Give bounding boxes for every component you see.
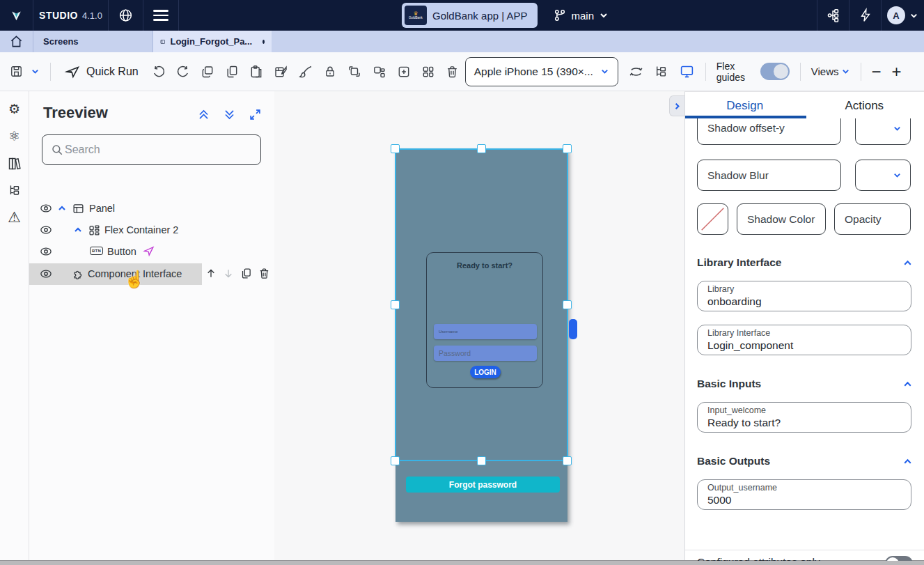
ungroup-button[interactable] xyxy=(372,65,386,79)
expand-panel-button[interactable] xyxy=(249,108,262,121)
branch-selector[interactable]: main xyxy=(553,8,609,22)
collapse-chevron-icon[interactable] xyxy=(73,225,83,235)
tab-screens[interactable]: Screens xyxy=(33,31,153,52)
shadow-offset-y-unit-select[interactable] xyxy=(855,118,911,145)
flex-guides-toggle[interactable] xyxy=(760,63,790,80)
library-rail-button[interactable] xyxy=(8,157,22,171)
move-down-button[interactable] xyxy=(223,267,234,280)
undo-button[interactable] xyxy=(152,65,166,79)
account-menu[interactable]: A xyxy=(881,0,924,31)
library-interface-field[interactable]: Library Interface Login_component xyxy=(697,325,911,355)
main-menu-button[interactable] xyxy=(143,0,179,31)
shadow-offset-y-field[interactable]: Shadow offset-y xyxy=(697,118,841,145)
resize-handle[interactable] xyxy=(391,144,400,153)
app-selector[interactable]: ♛ GoldBank GoldBank app | APP xyxy=(402,3,538,28)
login-panel[interactable]: Ready to start? Username Password LOGIN xyxy=(426,252,543,388)
tree-row-panel[interactable]: Panel xyxy=(29,198,274,219)
theme-button[interactable] xyxy=(274,65,288,79)
chevron-down-icon xyxy=(909,11,918,20)
orientation-button[interactable] xyxy=(629,65,643,79)
inspector-collapse-button[interactable] xyxy=(669,95,684,116)
components-rail-button[interactable]: ⚛ xyxy=(8,130,20,144)
visibility-eye-icon[interactable] xyxy=(39,245,53,258)
trash-icon xyxy=(446,65,459,79)
paste-button[interactable] xyxy=(249,65,263,79)
group-button[interactable] xyxy=(347,65,361,79)
add-frame-button[interactable] xyxy=(397,65,411,79)
preview-monitor-button[interactable] xyxy=(679,64,695,79)
delete-node-button[interactable] xyxy=(258,267,270,280)
basic-outputs-section-header[interactable]: Basic Outputs xyxy=(697,455,913,467)
tree-item-label: Panel xyxy=(89,203,115,214)
chevron-down-icon xyxy=(600,67,609,76)
save-icon xyxy=(10,65,23,78)
resize-handle[interactable] xyxy=(477,456,486,465)
shadow-blur-field[interactable]: Shadow Blur xyxy=(697,160,841,191)
lock-button[interactable] xyxy=(324,65,336,79)
studio-logo[interactable] xyxy=(0,0,33,31)
configured-attributes-toggle[interactable] xyxy=(885,556,913,561)
shadow-color-swatch[interactable] xyxy=(697,203,728,235)
duplicate-button[interactable] xyxy=(201,65,214,79)
library-interface-section-header[interactable]: Library Interface xyxy=(697,256,913,269)
drag-grip[interactable] xyxy=(569,319,577,339)
warnings-rail-button[interactable]: ⚠ xyxy=(8,210,21,224)
resize-handle[interactable] xyxy=(391,300,400,309)
horizontal-scrollbar[interactable] xyxy=(0,560,924,565)
settings-rail-button[interactable]: ⚙ xyxy=(8,102,20,116)
device-selector[interactable]: Apple iPhone 15 (390×... xyxy=(465,57,618,86)
save-options-button[interactable] xyxy=(31,67,40,76)
library-field[interactable]: Library onboarding xyxy=(697,281,911,311)
treeview-rail-button[interactable] xyxy=(8,184,22,197)
orchestration-button[interactable] xyxy=(817,0,849,31)
output-username-field[interactable]: Output_username 5000 xyxy=(697,479,911,510)
tree-row-button[interactable]: BTN Button xyxy=(29,241,274,263)
globe-button[interactable] xyxy=(109,0,143,31)
tree-row-component-interface[interactable]: Component Interface xyxy=(29,263,274,285)
zoom-out-button[interactable]: − xyxy=(872,62,882,82)
copy-button[interactable] xyxy=(225,65,239,79)
views-menu[interactable]: Views xyxy=(811,65,850,77)
home-button[interactable] xyxy=(0,31,33,52)
collapse-chevron-icon[interactable] xyxy=(57,203,67,213)
resize-handle[interactable] xyxy=(563,144,572,153)
active-tab-label: Login_Forgot_Pa... xyxy=(170,36,252,47)
layout-grid-button[interactable] xyxy=(421,65,435,79)
resize-handle[interactable] xyxy=(391,456,400,465)
tab-actions[interactable]: Actions xyxy=(805,95,924,118)
save-button[interactable] xyxy=(10,65,23,78)
resize-handle[interactable] xyxy=(563,300,572,309)
username-input[interactable]: Username xyxy=(434,324,537,339)
shadow-color-field[interactable]: Shadow Color xyxy=(737,203,826,235)
collapse-all-button[interactable] xyxy=(197,108,210,121)
tree-structure-button[interactable] xyxy=(654,65,668,79)
opacity-field[interactable]: Opacity xyxy=(834,203,911,235)
tab-active-screen[interactable]: Login_Forgot_Pa... xyxy=(153,31,272,52)
visibility-eye-icon[interactable] xyxy=(39,224,53,236)
zoom-in-button[interactable]: + xyxy=(892,62,902,82)
design-canvas[interactable]: Ready to start? Username Password LOGIN … xyxy=(274,91,684,560)
shadow-blur-unit-select[interactable] xyxy=(855,160,911,191)
resize-handle[interactable] xyxy=(563,456,572,465)
lightning-icon xyxy=(859,8,872,23)
visibility-eye-icon[interactable] xyxy=(39,268,53,280)
phone-screen[interactable]: Ready to start? Username Password LOGIN … xyxy=(396,149,567,522)
copy-node-button[interactable] xyxy=(240,267,252,280)
visibility-eye-icon[interactable] xyxy=(39,202,53,215)
password-input[interactable]: Password xyxy=(434,346,537,361)
resize-handle[interactable] xyxy=(477,144,486,153)
redo-button[interactable] xyxy=(176,65,190,79)
forgot-password-button[interactable]: Forgot password xyxy=(406,477,560,493)
delete-button[interactable] xyxy=(446,65,459,79)
basic-inputs-section-header[interactable]: Basic Inputs xyxy=(697,378,913,390)
quick-actions-button[interactable] xyxy=(849,0,881,31)
tree-search-input[interactable] xyxy=(42,134,261,165)
move-up-button[interactable] xyxy=(205,267,217,280)
tree-row-flex-container[interactable]: Flex Container 2 xyxy=(29,219,274,241)
expand-all-button[interactable] xyxy=(223,108,236,121)
quick-run-button[interactable]: Quick Run xyxy=(64,64,139,79)
style-brush-button[interactable] xyxy=(299,65,313,79)
input-welcome-field[interactable]: Input_welcome Ready to start? xyxy=(697,402,911,433)
login-button[interactable]: LOGIN xyxy=(470,366,501,378)
tab-design[interactable]: Design xyxy=(685,95,805,118)
